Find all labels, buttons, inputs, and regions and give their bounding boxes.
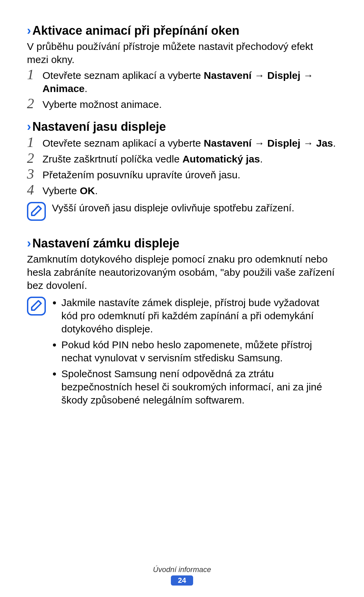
step-text-post: .: [333, 138, 336, 149]
section-intro: Zamknutím dotykového displeje pomocí zna…: [27, 252, 337, 292]
step-number: 2: [27, 96, 42, 111]
step-text: Otevřete seznam aplikací a vyberte Nasta…: [42, 137, 337, 150]
step-row: 2 Vyberte možnost animace.: [27, 98, 337, 111]
note-list-item: Společnost Samsung není odpovědná za ztr…: [61, 367, 337, 407]
step-text-bold: Nastavení → Displej → Jas: [204, 138, 333, 149]
page-footer: Úvodní informace 24: [0, 565, 364, 586]
note-text: Vyšší úroveň jasu displeje ovlivňuje spo…: [52, 201, 337, 214]
step-text: Přetažením posuvníku upravíte úroveň jas…: [42, 168, 337, 181]
step-number: 3: [27, 167, 42, 181]
step-row: 2 Zrušte zaškrtnutí políčka vedle Automa…: [27, 152, 337, 166]
svg-rect-0: [28, 203, 45, 220]
section-heading-animation: ›Aktivace animací při přepínání oken: [27, 24, 337, 38]
footer-section-label: Úvodní informace: [0, 565, 364, 574]
note-callout: Vyšší úroveň jasu displeje ovlivňuje spo…: [27, 201, 337, 221]
heading-text: Aktivace animací při přepínání oken: [32, 24, 239, 37]
step-row: 3 Přetažením posuvníku upravíte úroveň j…: [27, 168, 337, 181]
chevron-icon: ›: [27, 24, 31, 37]
page-number-badge: 24: [171, 575, 193, 586]
step-number: 1: [27, 67, 42, 82]
chevron-icon: ›: [27, 120, 31, 133]
section-heading-screen-lock: ›Nastavení zámku displeje: [27, 236, 337, 250]
step-text-post: .: [95, 185, 98, 196]
note-pencil-icon: [27, 297, 46, 316]
step-text-pre: Zrušte zaškrtnutí políčka vedle: [42, 153, 182, 165]
note-pencil-icon: [27, 202, 46, 221]
note-callout: Jakmile nastavíte zámek displeje, přístr…: [27, 296, 337, 409]
svg-rect-2: [28, 297, 45, 315]
note-list-item: Jakmile nastavíte zámek displeje, přístr…: [61, 296, 337, 335]
step-text: Vyberte OK.: [42, 184, 337, 197]
section-heading-brightness: ›Nastavení jasu displeje: [27, 120, 337, 134]
step-row: 1 Otevřete seznam aplikací a vyberte Nas…: [27, 69, 337, 95]
step-text-post: .: [85, 83, 87, 94]
chevron-icon: ›: [27, 236, 31, 250]
note-list-item: Pokud kód PIN nebo heslo zapomenete, můž…: [61, 338, 337, 364]
step-row: 4 Vyberte OK.: [27, 184, 337, 197]
note-list: Jakmile nastavíte zámek displeje, přístr…: [52, 296, 337, 407]
step-text-bold: OK: [80, 185, 95, 196]
step-number: 1: [27, 135, 42, 149]
document-page: ›Aktivace animací při přepínání oken V p…: [0, 0, 364, 597]
step-text-post: .: [260, 153, 263, 165]
step-number: 4: [27, 183, 42, 197]
heading-text: Nastavení jasu displeje: [32, 120, 166, 133]
heading-text: Nastavení zámku displeje: [32, 236, 179, 250]
step-text-pre: Vyberte: [42, 185, 80, 196]
step-text: Zrušte zaškrtnutí políčka vedle Automati…: [42, 152, 337, 166]
note-text: Jakmile nastavíte zámek displeje, přístr…: [52, 296, 337, 409]
step-text-bold: Automatický jas: [182, 153, 260, 165]
step-text: Vyberte možnost animace.: [42, 98, 337, 111]
step-text: Otevřete seznam aplikací a vyberte Nasta…: [42, 69, 337, 95]
step-text-pre: Otevřete seznam aplikací a vyberte: [42, 70, 204, 81]
step-row: 1 Otevřete seznam aplikací a vyberte Nas…: [27, 137, 337, 150]
step-text-pre: Otevřete seznam aplikací a vyberte: [42, 138, 204, 149]
section-intro: V průběhu používání přístroje můžete nas…: [27, 40, 337, 66]
step-number: 2: [27, 151, 42, 165]
